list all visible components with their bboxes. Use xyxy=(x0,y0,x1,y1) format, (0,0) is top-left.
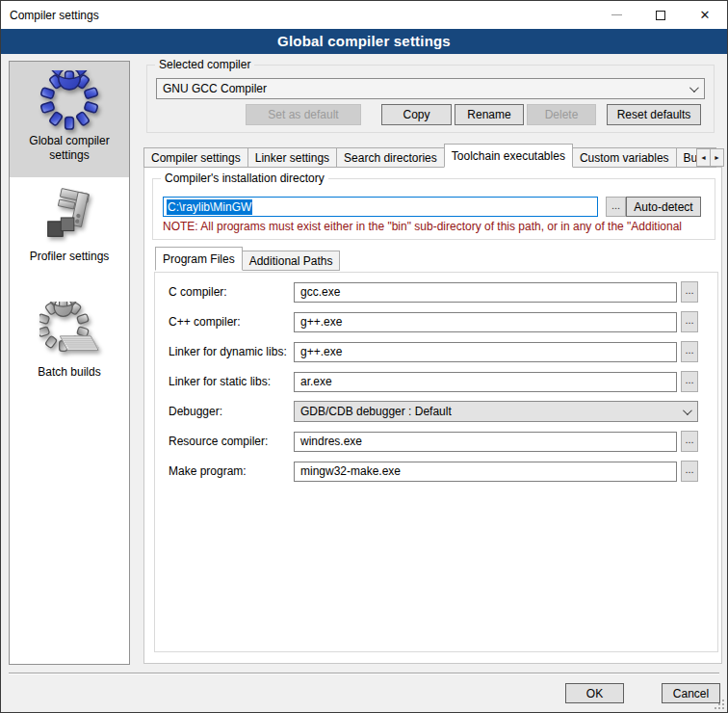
minimize-icon xyxy=(611,14,622,15)
set-as-default-button[interactable]: Set as default xyxy=(246,104,361,125)
subtab-additional-paths[interactable]: Additional Paths xyxy=(242,251,341,271)
c-compiler-browse-button[interactable]: ... xyxy=(681,281,698,303)
compiler-select[interactable]: GNU GCC Compiler xyxy=(156,78,705,99)
program-files-page: C compiler: gcc.exe ... C++ compiler: g+… xyxy=(154,272,718,652)
compiler-settings-window: Compiler settings ✕ Global compiler sett… xyxy=(0,0,728,713)
cpp-compiler-label: C++ compiler: xyxy=(169,315,294,329)
selected-compiler-group: Selected compiler GNU GCC Compiler Set a… xyxy=(146,65,715,133)
tab-compiler-settings[interactable]: Compiler settings xyxy=(143,147,248,168)
resource-compiler-input[interactable]: windres.exe xyxy=(294,432,677,452)
bin-subdirectory-note: NOTE: All programs must exist either in … xyxy=(163,220,713,233)
settings-category-list: Global compiler settings xyxy=(9,61,130,665)
tab-toolchain-executables[interactable]: Toolchain executables xyxy=(444,144,573,168)
tab-search-directories[interactable]: Search directories xyxy=(336,147,445,168)
installation-directory-value: C:\raylib\MinGW xyxy=(167,199,252,215)
linker-static-label: Linker for static libs: xyxy=(169,375,294,388)
make-program-label: Make program: xyxy=(169,464,294,478)
close-icon: ✕ xyxy=(700,9,711,21)
tab-scroll-right-button[interactable]: ► xyxy=(710,148,724,167)
reset-defaults-button[interactable]: Reset defaults xyxy=(607,104,701,125)
toolchain-executables-page: Compiler's installation directory C:\ray… xyxy=(143,167,722,664)
auto-detect-button[interactable]: Auto-detect xyxy=(626,197,701,217)
chevron-down-icon xyxy=(683,406,692,415)
scroll-left-icon: ◄ xyxy=(700,154,707,161)
copy-button[interactable]: Copy xyxy=(381,104,452,125)
compiler-select-value: GNU GCC Compiler xyxy=(163,82,267,95)
title-bar: Compiler settings ✕ xyxy=(1,1,727,29)
linker-dynamic-label: Linker for dynamic libs: xyxy=(169,345,294,358)
window-title: Compiler settings xyxy=(1,9,99,22)
subtab-program-files[interactable]: Program Files xyxy=(155,247,243,271)
sidebar-item-batch-builds[interactable]: Batch builds xyxy=(10,293,129,409)
cpp-compiler-input[interactable]: g++.exe xyxy=(294,312,677,332)
sidebar-item-global-compiler-settings[interactable]: Global compiler settings xyxy=(10,62,129,177)
maximize-button[interactable] xyxy=(638,1,683,29)
minimize-button[interactable] xyxy=(594,1,638,29)
blue-gear-icon xyxy=(39,70,99,130)
tab-linker-settings[interactable]: Linker settings xyxy=(247,147,337,168)
installation-directory-legend: Compiler's installation directory xyxy=(161,172,328,185)
sidebar-item-profiler-settings[interactable]: Profiler settings xyxy=(10,177,129,293)
installation-directory-group: Compiler's installation directory C:\ray… xyxy=(152,178,715,240)
gray-gear-stack-icon xyxy=(39,302,99,361)
c-compiler-input[interactable]: gcc.exe xyxy=(294,282,677,303)
maximize-icon xyxy=(656,11,665,20)
debugger-label: Debugger: xyxy=(169,405,294,418)
resource-compiler-browse-button[interactable]: ... xyxy=(681,431,698,452)
selected-compiler-legend: Selected compiler xyxy=(155,58,254,71)
window-controls: ✕ xyxy=(594,1,727,29)
caliper-icon xyxy=(39,186,99,246)
footer-divider xyxy=(9,673,719,674)
sidebar-item-label: Global compiler settings xyxy=(15,134,123,163)
delete-button[interactable]: Delete xyxy=(527,104,596,125)
make-program-browse-button[interactable]: ... xyxy=(681,461,698,482)
ok-button[interactable]: OK xyxy=(565,683,624,703)
cancel-button[interactable]: Cancel xyxy=(662,683,720,703)
installation-directory-browse-button[interactable]: ... xyxy=(606,197,626,217)
resize-grip[interactable] xyxy=(715,700,724,709)
page-title: Global compiler settings xyxy=(1,29,727,54)
scroll-right-icon: ► xyxy=(714,154,720,161)
resource-compiler-label: Resource compiler: xyxy=(169,435,294,448)
linker-static-input[interactable]: ar.exe xyxy=(294,372,677,392)
dialog-body: Global compiler settings xyxy=(1,54,727,712)
sidebar-item-label: Profiler settings xyxy=(15,250,123,264)
tab-scroll-left-button[interactable]: ◄ xyxy=(696,148,711,167)
linker-static-browse-button[interactable]: ... xyxy=(681,371,698,392)
chevron-down-icon xyxy=(689,83,699,92)
c-compiler-label: C compiler: xyxy=(169,285,294,299)
cpp-compiler-browse-button[interactable]: ... xyxy=(681,311,698,332)
close-button[interactable]: ✕ xyxy=(683,1,727,29)
rename-button[interactable]: Rename xyxy=(455,104,524,125)
installation-directory-input[interactable]: C:\raylib\MinGW xyxy=(163,197,598,217)
linker-dynamic-input[interactable]: g++.exe xyxy=(294,342,677,362)
sidebar-item-label: Batch builds xyxy=(15,365,123,380)
debugger-select-value: GDB/CDB debugger : Default xyxy=(300,405,452,418)
tab-custom-variables[interactable]: Custom variables xyxy=(572,147,677,168)
linker-dynamic-browse-button[interactable]: ... xyxy=(681,341,698,362)
debugger-select[interactable]: GDB/CDB debugger : Default xyxy=(294,401,698,422)
make-program-input[interactable]: mingw32-make.exe xyxy=(294,462,677,482)
